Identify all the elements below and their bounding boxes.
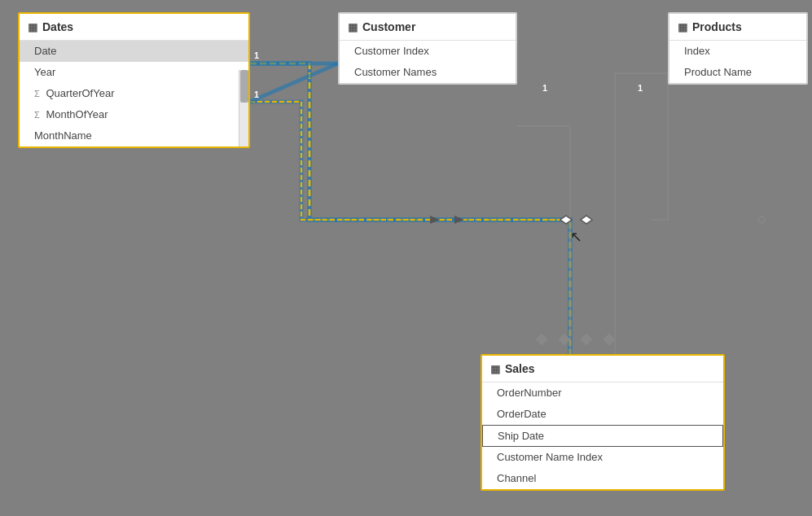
table-icon: ▦ — [348, 21, 358, 33]
row-label: OrderDate — [497, 408, 546, 420]
sigma-icon: Σ — [34, 89, 40, 98]
table-row[interactable]: Customer Name Index — [482, 447, 723, 468]
row-label: MonthName — [34, 129, 92, 142]
sales-table[interactable]: ▦ Sales OrderNumber OrderDate Ship Date … — [481, 354, 725, 491]
row-label: Customer Index — [354, 45, 429, 57]
products-table-header: ▦ Products — [669, 14, 806, 41]
table-row[interactable]: Year — [20, 62, 248, 83]
row-label: OrderNumber — [497, 387, 561, 399]
sales-table-header: ▦ Sales — [482, 356, 723, 383]
table-row[interactable]: OrderNumber — [482, 383, 723, 404]
table-row[interactable]: Customer Index — [340, 41, 516, 62]
row-label: Product Name — [684, 66, 752, 78]
dates-table-title: Dates — [42, 20, 73, 33]
row-label: Index — [684, 45, 710, 57]
row-label: QuarterOfYear — [46, 87, 114, 99]
table-row[interactable]: Date — [20, 41, 248, 62]
table-row[interactable]: Product Name — [669, 62, 806, 83]
svg-marker-1 — [454, 216, 464, 224]
table-row[interactable]: Customer Names — [340, 62, 516, 83]
dates-table-header: ▦ Dates — [20, 14, 248, 41]
svg-text:1: 1 — [254, 90, 259, 99]
sigma-icon: Σ — [34, 110, 40, 120]
table-row[interactable]: Σ QuarterOfYear — [20, 83, 248, 104]
customer-table-title: Customer — [362, 20, 415, 33]
svg-marker-10 — [560, 216, 572, 224]
svg-marker-11 — [581, 216, 592, 224]
table-row[interactable]: MonthName — [20, 125, 248, 146]
row-label: MonthOfYear — [46, 108, 108, 120]
svg-marker-2 — [536, 334, 547, 345]
table-row[interactable]: Σ MonthOfYear — [20, 104, 248, 125]
svg-point-12 — [758, 216, 765, 223]
table-icon: ▦ — [490, 363, 500, 375]
row-label: Year — [34, 66, 55, 78]
scrollbar[interactable] — [239, 70, 248, 146]
table-icon: ▦ — [28, 21, 37, 33]
svg-text:1: 1 — [638, 83, 643, 93]
row-label: Date — [34, 45, 56, 57]
svg-marker-4 — [581, 334, 592, 345]
cursor-icon: ↖ — [570, 228, 582, 246]
table-icon: ▦ — [678, 21, 687, 33]
table-row[interactable]: Ship Date — [482, 425, 723, 447]
svg-text:1: 1 — [254, 50, 259, 60]
customer-table[interactable]: ▦ Customer Customer Index Customer Names — [338, 12, 517, 85]
table-row[interactable]: Index — [669, 41, 806, 62]
table-row[interactable]: OrderDate — [482, 404, 723, 425]
row-label: Customer Name Index — [497, 451, 603, 463]
svg-text:1: 1 — [542, 83, 547, 93]
dates-table[interactable]: ▦ Dates Date Year Σ QuarterOfYear Σ Mont… — [18, 12, 250, 148]
svg-marker-0 — [430, 216, 440, 224]
table-row[interactable]: Channel — [482, 468, 723, 489]
products-table-title: Products — [692, 20, 742, 33]
row-label: Ship Date — [498, 430, 544, 442]
row-label: Customer Names — [354, 66, 437, 78]
customer-table-header: ▦ Customer — [340, 14, 516, 41]
svg-marker-5 — [604, 334, 615, 345]
scrollbar-thumb — [240, 70, 248, 103]
row-label: Channel — [497, 472, 536, 484]
products-table[interactable]: ▦ Products Index Product Name — [668, 12, 808, 85]
sales-table-title: Sales — [505, 362, 535, 375]
svg-marker-3 — [559, 334, 570, 345]
